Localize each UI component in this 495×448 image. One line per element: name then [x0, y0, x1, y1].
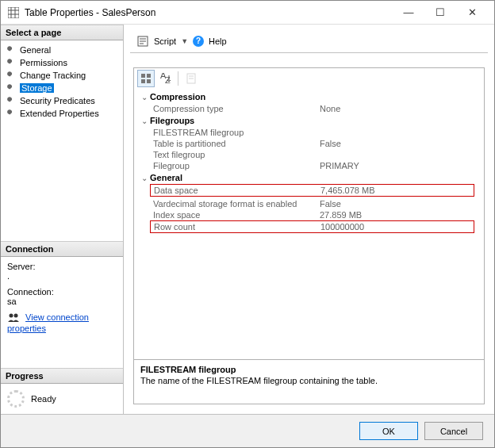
description-text: The name of the FILESTREAM filegroup con… [140, 376, 478, 385]
chevron-down-icon: ⌄ [139, 174, 150, 182]
page-permissions[interactable]: Permissions [1, 56, 123, 69]
page-label: Change Tracking [20, 71, 86, 80]
pages-header: Select a page [1, 25, 123, 40]
page-label: Storage [20, 83, 54, 93]
svg-rect-13 [141, 79, 145, 83]
wrench-icon [6, 57, 17, 68]
chevron-down-icon: ⌄ [139, 117, 150, 125]
close-button[interactable]: ✕ [456, 2, 488, 24]
alphabetical-view-button[interactable]: AZ [156, 70, 174, 87]
wrench-icon [6, 95, 17, 106]
wrench-icon [6, 70, 17, 81]
window-title: Table Properties - SalesPerson [25, 7, 393, 18]
properties-page-button[interactable] [182, 70, 200, 87]
grid-body: ⌄Compression Compression typeNone ⌄Fileg… [134, 89, 484, 359]
server-label: Server: [7, 262, 117, 271]
help-button[interactable]: Help [209, 36, 227, 46]
categorized-view-button[interactable] [137, 70, 155, 87]
page-change-tracking[interactable]: Change Tracking [1, 69, 123, 82]
page-label: Permissions [20, 58, 67, 67]
svg-text:Z: Z [165, 75, 171, 84]
server-value: . [7, 271, 117, 281]
connection-label: Connection: [7, 287, 117, 297]
page-label: Security Predicates [20, 96, 95, 105]
prop-compression-type[interactable]: Compression typeNone [139, 103, 479, 114]
prop-text-filegroup[interactable]: Text filegroup [139, 149, 479, 160]
page-general[interactable]: General [1, 44, 123, 56]
prop-row-count[interactable]: Row count100000000 [152, 221, 472, 232]
prop-index-space[interactable]: Index space27.859 MB [139, 209, 479, 220]
prop-filestream-filegroup[interactable]: FILESTREAM filegroup [139, 127, 479, 138]
svg-rect-11 [141, 74, 145, 78]
svg-point-6 [14, 314, 18, 318]
page-label: Extended Properties [20, 109, 99, 118]
progress-status: Ready [31, 394, 56, 404]
script-icon [136, 35, 149, 48]
svg-rect-12 [147, 74, 151, 78]
category-general[interactable]: ⌄General [139, 171, 479, 184]
prop-vardecimal[interactable]: Vardecimal storage format is enabledFals… [139, 198, 479, 209]
description-title: FILESTREAM filegroup [140, 365, 478, 374]
script-button[interactable]: Script [154, 36, 176, 46]
prop-filegroup[interactable]: FilegroupPRIMARY [139, 160, 479, 171]
wrench-icon [6, 82, 17, 94]
progress-panel: Ready [1, 384, 123, 414]
chevron-down-icon: ⌄ [139, 93, 150, 101]
prop-table-partitioned[interactable]: Table is partitionedFalse [139, 138, 479, 149]
description-panel: FILESTREAM filegroup The name of the FIL… [134, 359, 484, 404]
sidebar: Select a page General Permissions Change… [1, 25, 124, 414]
progress-spinner-icon [7, 390, 25, 408]
help-icon: ? [193, 36, 204, 47]
svg-rect-0 [8, 7, 19, 18]
page-extended-properties[interactable]: Extended Properties [1, 107, 123, 120]
connection-header: Connection [1, 241, 123, 257]
highlight-box: Row count100000000 [150, 220, 474, 233]
page-label: General [20, 45, 51, 55]
content-toolbar: Script ▼ ? Help [130, 29, 488, 53]
highlight-box: Data space7,465.078 MB [150, 184, 474, 197]
ok-button[interactable]: OK [359, 422, 418, 440]
titlebar: Table Properties - SalesPerson — ☐ ✕ [1, 1, 494, 25]
grid-toolbar: AZ [134, 68, 484, 89]
prop-data-space[interactable]: Data space7,465.078 MB [152, 185, 472, 196]
maximize-button[interactable]: ☐ [424, 2, 456, 24]
page-list: General Permissions Change Tracking Stor… [1, 40, 123, 123]
progress-header: Progress [1, 368, 123, 384]
svg-point-5 [10, 314, 13, 318]
wrench-icon [6, 44, 17, 56]
dialog-footer: OK Cancel [1, 414, 494, 447]
svg-rect-14 [147, 79, 151, 83]
cancel-button[interactable]: Cancel [424, 422, 483, 440]
people-icon [7, 312, 20, 324]
page-storage[interactable]: Storage [1, 82, 123, 94]
category-compression[interactable]: ⌄Compression [139, 90, 479, 103]
connection-value: sa [7, 297, 117, 306]
content-area: Script ▼ ? Help AZ ⌄Compression Compress… [124, 25, 494, 414]
category-filegroups[interactable]: ⌄Filegroups [139, 114, 479, 127]
minimize-button[interactable]: — [393, 2, 424, 24]
wrench-icon [6, 108, 17, 119]
connection-panel: Server:. Connection:sa View connection p… [1, 257, 123, 344]
table-icon [7, 6, 20, 19]
page-security-predicates[interactable]: Security Predicates [1, 94, 123, 107]
property-grid: AZ ⌄Compression Compression typeNone ⌄Fi… [133, 67, 485, 404]
dropdown-arrow-icon[interactable]: ▼ [181, 37, 188, 45]
